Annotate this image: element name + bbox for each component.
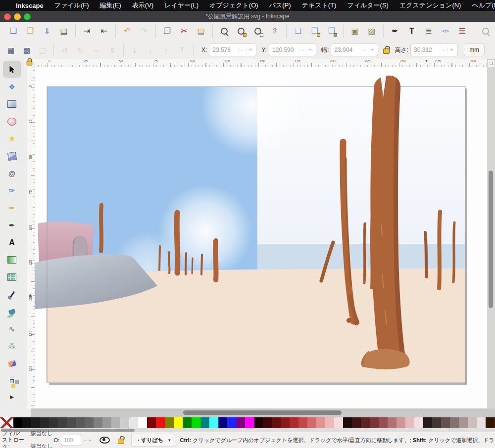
palette-swatch[interactable] [361,417,370,428]
unit-selector[interactable]: mm [464,44,485,56]
tool-paint-bucket[interactable] [3,304,21,320]
palette-scrollbar[interactable] [0,428,495,432]
raise-button[interactable]: ↑ [160,44,173,56]
fill-stroke-indicator[interactable]: フィル:該当なし ストローク:該当なし [2,430,53,448]
palette-swatch[interactable] [174,417,183,428]
undo-button[interactable]: ↶ [120,24,134,38]
select-all-button[interactable]: ▦ [4,44,17,56]
tool-tweak[interactable]: ∿ [3,321,21,337]
zoom-selection-button[interactable] [217,24,231,38]
palette-swatch[interactable] [13,417,22,428]
palette-swatch[interactable] [290,417,298,428]
lock-guides-button[interactable] [24,59,35,67]
horizontal-scrollbar[interactable] [31,408,495,417]
palette-swatch[interactable] [129,417,138,428]
tool-calligraphy[interactable]: ✒ [3,217,21,233]
zoom-drawing-button[interactable] [234,24,248,38]
horizontal-scrollbar-thumb[interactable] [183,410,342,415]
menu-edit[interactable]: 編集(E) [99,1,121,10]
palette-swatch[interactable] [405,417,414,428]
palette-swatch[interactable] [31,417,40,428]
paste-button[interactable]: ▤ [194,24,208,38]
palette-swatch[interactable] [352,417,361,428]
palette-swatch[interactable] [432,417,441,428]
menu-filters[interactable]: フィルター(S) [347,1,389,10]
palette-swatch[interactable] [165,417,174,428]
x-plus-button[interactable]: + [246,46,254,53]
tool-ellipse[interactable] [3,113,21,130]
cut-button[interactable]: ✂ [177,24,191,38]
menu-extensions[interactable]: エクステンション(N) [399,1,461,10]
palette-swatch[interactable] [85,417,94,428]
select-all-layers-button[interactable]: ▩ [20,44,33,56]
export-button[interactable]: ⇤ [97,24,111,38]
palette-swatch[interactable] [22,417,31,428]
palette-swatch[interactable] [477,417,486,428]
tool-gradient[interactable] [3,252,21,268]
open-document-button[interactable]: ❒ [23,24,37,38]
app-menu[interactable]: Inkscape [16,2,44,9]
menu-text[interactable]: テキスト(T) [302,1,337,10]
y-plus-button[interactable]: + [306,46,314,53]
water-band-rect[interactable] [257,244,465,270]
tool-star[interactable]: ★ [3,131,21,147]
xml-editor-button[interactable]: </> [439,24,452,38]
print-button[interactable]: ▤ [57,24,71,38]
palette-swatch[interactable] [396,417,405,428]
height-input[interactable]: 30.312 − + [410,44,458,56]
layer-visibility-icon[interactable] [99,437,110,444]
palette-swatch[interactable] [218,417,227,428]
palette-swatch[interactable] [102,417,111,428]
palette-swatch[interactable] [459,417,468,428]
flip-vertical-button[interactable]: ⇕ [106,44,119,56]
width-minus-button[interactable]: − [360,46,368,53]
tool-mesh-gradient[interactable] [3,269,21,285]
palette-swatch[interactable] [414,417,423,428]
y-input[interactable]: 120.590 − + [269,44,316,56]
zoom-page-width-button[interactable]: ⇳ [268,24,282,38]
layer-dropdown[interactable]: ・すりばち ▾ [131,434,175,447]
layers-dialog-button[interactable]: ≣ [422,24,436,38]
save-document-button[interactable]: ⇓ [40,24,54,38]
tool-box-3d[interactable] [3,148,21,164]
menu-object[interactable]: オブジェクト(O) [209,1,258,10]
duplicate-button[interactable]: ❏ [291,24,305,38]
palette-swatch[interactable] [49,417,58,428]
palette-swatch[interactable] [343,417,352,428]
palette-swatch[interactable] [316,417,325,428]
palette-swatch[interactable] [76,417,85,428]
palette-swatch[interactable] [254,417,263,428]
import-button[interactable]: ⇥ [80,24,94,38]
x-minus-button[interactable]: − [238,46,246,53]
tool-eraser[interactable] [3,356,21,372]
tool-text[interactable]: A [3,234,21,251]
tool-node-editor[interactable]: ❖ [3,79,21,95]
tool-spray[interactable]: ⁂ [3,338,21,355]
palette-swatch[interactable] [192,417,200,428]
new-document-button[interactable]: ❏ [6,24,20,38]
tool-pencil[interactable]: ✏ [3,200,21,216]
palette-swatch[interactable] [245,417,254,428]
height-minus-button[interactable]: − [440,46,447,53]
palette-swatch[interactable] [307,417,316,428]
vertical-scrollbar-thumb[interactable] [489,171,493,308]
group-objects-button[interactable]: ▣ [348,24,362,38]
menu-help[interactable]: ヘルプ(H) [472,1,495,10]
flip-horizontal-button[interactable]: ⇔ [90,44,103,56]
lower-button[interactable]: ↓ [144,44,157,56]
palette-swatch[interactable] [263,417,272,428]
palette-swatch[interactable] [379,417,388,428]
tool-bezier-pen[interactable]: ✑ [3,182,21,199]
menu-file[interactable]: ファイル(F) [54,1,89,10]
menu-view[interactable]: 表示(V) [132,1,153,10]
canvas[interactable] [35,67,487,408]
height-plus-button[interactable]: + [447,46,455,53]
palette-swatch[interactable] [209,417,218,428]
document-properties-button[interactable] [479,24,493,38]
rotate-cw-button[interactable]: ↻ [74,44,87,56]
palette-swatch[interactable] [120,417,129,428]
palette-swatch[interactable] [183,417,192,428]
palette-swatch[interactable] [370,417,379,428]
palette-swatch[interactable] [423,417,432,428]
palette-swatch[interactable] [450,417,459,428]
